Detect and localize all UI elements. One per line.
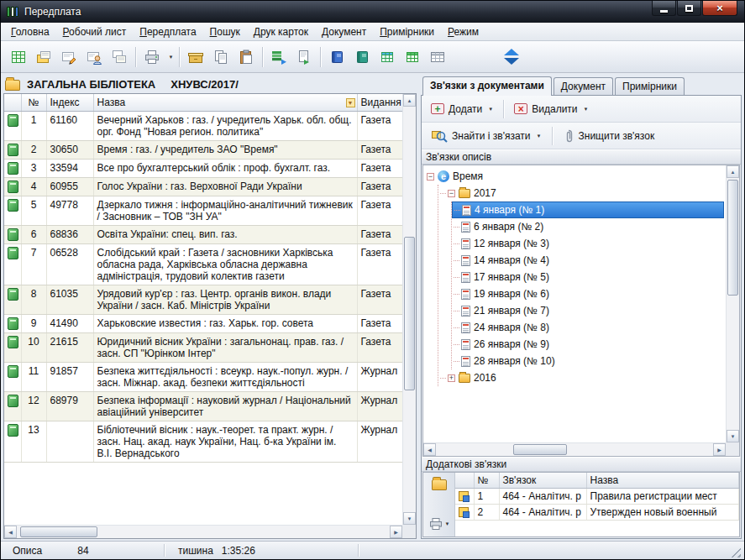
collapse-icon[interactable]: [427, 173, 434, 181]
tree-issue[interactable]: 19 января (№ 6): [452, 285, 724, 302]
scrollbar-thumb[interactable]: [727, 180, 738, 296]
scrollbar-thumb[interactable]: [404, 237, 415, 391]
tree-root[interactable]: Время: [425, 168, 724, 185]
maximize-button[interactable]: [677, 1, 701, 16]
issue-books-button[interactable]: [266, 44, 291, 70]
col-title[interactable]: Назва▼: [93, 94, 357, 111]
col-title[interactable]: Назва: [586, 473, 739, 488]
col-num[interactable]: №: [21, 94, 46, 111]
menu-poshuk[interactable]: Пошук: [203, 24, 247, 40]
expand-icon[interactable]: [448, 374, 455, 382]
additional-print-button[interactable]: ▼: [427, 515, 452, 533]
table-view-button[interactable]: [425, 44, 450, 70]
scroll-right-icon[interactable]: ▶: [390, 526, 402, 538]
table-row[interactable]: 13Бібліотечний вісник : наук.-теорет. та…: [4, 421, 402, 462]
inventory-grid-button[interactable]: [375, 44, 400, 70]
refresh-links-button[interactable]: [499, 44, 524, 70]
find-and-link-button[interactable]: Знайти і зв'язати ▼: [425, 124, 548, 148]
tree-year-2016[interactable]: 2016: [438, 369, 724, 386]
add-button[interactable]: Додати ▼: [425, 99, 499, 119]
tree-issue[interactable]: 28 января (№ 10): [452, 353, 724, 369]
scroll-down-icon[interactable]: ▼: [727, 430, 739, 442]
menu-rezhym[interactable]: Режим: [441, 24, 485, 40]
additional-row[interactable]: 1 464 - Аналітич. р Правила регистрации …: [455, 488, 739, 504]
table-row[interactable]: 333594Все про бухгалтерський облік : про…: [4, 159, 402, 177]
col-num[interactable]: №: [474, 473, 499, 488]
menu-robochyi-lyst[interactable]: Робочий лист: [56, 24, 134, 40]
menu-holovna[interactable]: Головна: [4, 24, 56, 40]
titlebar[interactable]: Передплата ×: [1, 1, 744, 23]
tree-issue[interactable]: 6 января (№ 2): [452, 218, 724, 235]
tree-vertical-scrollbar[interactable]: ▲ ▼: [726, 165, 739, 442]
table-horizontal-scrollbar[interactable]: ◀ ▶: [4, 525, 402, 538]
edit-card-button[interactable]: [56, 44, 81, 70]
tree-issue[interactable]: 17 января (№ 5): [452, 269, 724, 285]
table-row[interactable]: 668836Освіта України: спец. вип. газ.Газ…: [4, 225, 402, 243]
scroll-up-icon[interactable]: ▲: [403, 94, 416, 107]
table-row[interactable]: 861035Урядовий кур'єр : газ. Центр. орга…: [4, 285, 402, 314]
tree-issue[interactable]: 26 января (№ 9): [452, 336, 724, 353]
table-row[interactable]: 941490Харьковские известия : газ. Харьк.…: [4, 314, 402, 332]
tree-year-2017[interactable]: 2017: [438, 185, 724, 201]
scroll-left-icon[interactable]: ◀: [4, 526, 17, 538]
tree-issue[interactable]: 24 января (№ 8): [452, 319, 724, 336]
tree-horizontal-scrollbar[interactable]: ◀ ▶: [423, 442, 726, 456]
table-row[interactable]: 549778Дзеркало тижня : інформаційно-анал…: [4, 196, 402, 225]
scrollbar-thumb[interactable]: [513, 444, 567, 455]
destroy-link-button[interactable]: Знищити зв'язок: [557, 124, 661, 148]
catalog-blue-button[interactable]: [324, 44, 349, 70]
table-row[interactable]: 161160Вечерний Харьков : газ. / учредите…: [4, 111, 402, 140]
reader-card-button[interactable]: [81, 44, 107, 70]
menu-druk-kartok[interactable]: Друк карток: [247, 24, 315, 40]
tree-issue-selected[interactable]: 4 января (№ 1): [452, 201, 724, 218]
tree-issue[interactable]: 14 января (№ 4): [452, 252, 724, 269]
scroll-up-icon[interactable]: ▲: [727, 165, 739, 178]
table-row[interactable]: 706528Слобідський край : Газета / заснов…: [4, 243, 402, 285]
tree-issue[interactable]: 21 января (№ 7): [452, 302, 724, 319]
table-row[interactable]: 1021615Юридичний вісник України : загаль…: [4, 332, 402, 362]
table-row[interactable]: 460955Голос України : газ. Верховної Рад…: [4, 177, 402, 196]
print-button[interactable]: [139, 44, 165, 70]
additional-open-button[interactable]: [430, 476, 449, 492]
tab-document-links[interactable]: Зв'язки з документами: [422, 76, 552, 96]
table-row[interactable]: 1191857Безпека життєдіяльності : всеукр.…: [4, 362, 402, 391]
fund-button[interactable]: [183, 44, 208, 70]
print-dropdown-button[interactable]: ▼: [165, 44, 176, 70]
links-panel: Зв'язки з документами Документ Примірник…: [421, 75, 742, 539]
scrollbar-thumb[interactable]: [20, 526, 97, 537]
tab-copies[interactable]: Примірники: [615, 77, 685, 95]
close-button[interactable]: ×: [702, 1, 737, 16]
scroll-down-icon[interactable]: ▼: [403, 512, 416, 525]
menu-dokument[interactable]: Документ: [315, 24, 373, 40]
catalog-green-button[interactable]: [349, 44, 375, 70]
copy-card-button[interactable]: [107, 44, 132, 70]
resize-grip-icon[interactable]: [730, 547, 741, 557]
paste-button[interactable]: [233, 44, 259, 70]
col-type[interactable]: Видання: [357, 94, 402, 111]
col-icon[interactable]: [4, 94, 21, 111]
minimize-button[interactable]: [652, 1, 676, 16]
copy-button[interactable]: [208, 44, 233, 70]
issue-document-button[interactable]: [291, 44, 317, 70]
scroll-left-icon[interactable]: ◀: [423, 443, 436, 456]
scroll-right-icon[interactable]: ▶: [713, 443, 726, 456]
menu-peredplata[interactable]: Передплата: [133, 24, 202, 40]
col-icon[interactable]: [455, 473, 474, 488]
menu-prymirnyky[interactable]: Примірники: [373, 24, 441, 40]
collapse-icon[interactable]: [448, 190, 455, 197]
new-card-button[interactable]: [31, 44, 56, 70]
additional-links-table: № Зв'язок Назва 1 464 - Аналітич. р Прав…: [455, 473, 739, 521]
worksheet-button[interactable]: [6, 44, 31, 70]
table-row[interactable]: 230650Время : газ. / учредитель ЗАО "Вре…: [4, 140, 402, 159]
additional-row[interactable]: 2 464 - Аналітич. р Утвержден новый воен…: [455, 504, 739, 520]
tab-document[interactable]: Документ: [554, 77, 613, 95]
sort-icon[interactable]: ▼: [346, 98, 355, 107]
issue-document-icon: [296, 49, 312, 65]
delete-button[interactable]: Видалити ▼: [508, 99, 594, 119]
table-row[interactable]: 1268979Безпека інформації : науковий жур…: [4, 391, 402, 421]
table-vertical-scrollbar[interactable]: ▲ ▼: [402, 94, 416, 525]
col-index[interactable]: Індекс: [46, 94, 93, 111]
journal-grid-button[interactable]: [400, 44, 425, 70]
tree-issue[interactable]: 12 января (№ 3): [452, 235, 724, 252]
col-link[interactable]: Зв'язок: [499, 473, 586, 488]
